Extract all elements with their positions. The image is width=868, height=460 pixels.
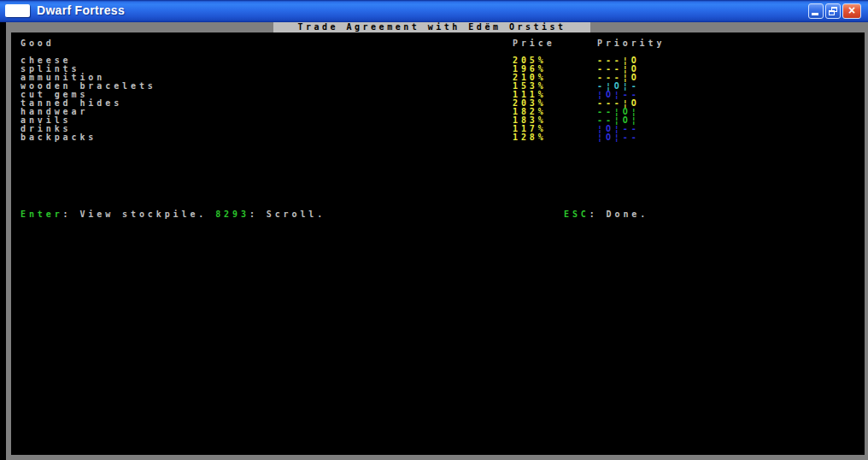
header-priority: Priority — [597, 39, 665, 48]
table-header: Good Price Priority — [0, 39, 868, 48]
minimize-button[interactable] — [808, 3, 824, 19]
good-price: 128% — [513, 133, 547, 142]
table-row[interactable]: splints196%---¦O — [0, 65, 868, 74]
status-segment: ESC — [564, 209, 589, 219]
priority-indicator: ¦O¦-- — [597, 133, 640, 142]
window-title: Dwarf Fortress — [37, 3, 125, 17]
close-icon: × — [848, 3, 855, 17]
status-segment: : Done. — [589, 209, 648, 219]
window-titlebar[interactable]: Dwarf Fortress × — [0, 0, 868, 22]
status-segment: : View stockpile. — [63, 209, 216, 219]
good-name: backpacks — [21, 133, 97, 142]
table-row[interactable]: tanned hides203%---¦O — [0, 99, 868, 108]
table-row[interactable]: drinks117%¦O¦-- — [0, 125, 868, 133]
minimize-icon — [812, 13, 818, 15]
restore-icon — [829, 7, 837, 15]
table-row[interactable]: cut gems111%¦O¦-- — [0, 91, 868, 99]
table-row[interactable]: cheese205%---¦O — [0, 56, 868, 65]
status-segment: Enter — [21, 209, 63, 219]
screen-title: Trade Agreement with Edëm Orstist — [273, 22, 590, 32]
close-button[interactable]: × — [842, 3, 861, 19]
table-row[interactable]: anvils183%--¦O¦ — [0, 116, 868, 125]
header-good: Good — [21, 39, 55, 48]
status-segment: 8293 — [215, 209, 249, 219]
table-row[interactable]: handwear182%--¦O¦ — [0, 108, 868, 116]
status-hints-right: ESC: Done. — [564, 210, 648, 219]
header-price: Price — [513, 39, 555, 48]
status-segment: : Scroll. — [249, 209, 326, 219]
screen-border-bottom — [6, 455, 868, 460]
app-icon — [5, 4, 30, 17]
status-hints-left: Enter: View stockpile. 8293: Scroll. — [21, 210, 326, 219]
dwarf-fortress-window: Dwarf Fortress × Trade Agreement with Ed… — [0, 0, 868, 460]
table-row[interactable]: backpacks128%¦O¦-- — [0, 133, 868, 142]
table-row[interactable]: wooden bracelets153%-¦O¦- — [0, 82, 868, 91]
restore-button[interactable] — [825, 3, 841, 19]
